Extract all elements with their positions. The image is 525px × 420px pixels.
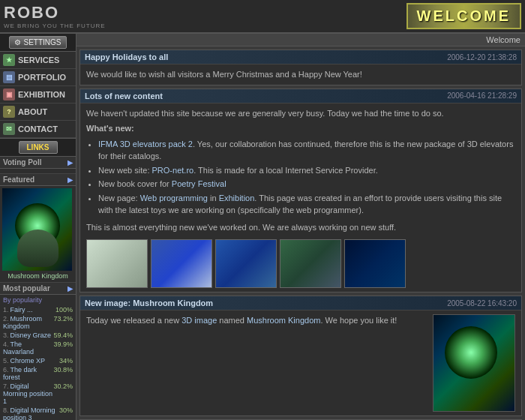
welcome-row: Welcome — [76, 34, 525, 46]
featured-header: Featured ▶ — [0, 174, 76, 186]
news-title-holidays: Happy Holidays to all — [85, 52, 168, 62]
by-popularity-label: By popularity — [3, 296, 73, 304]
settings-button[interactable]: ⚙ SETTINGS — [9, 36, 66, 49]
about-icon: ? — [3, 106, 15, 118]
sidebar-item-services[interactable]: ★ SERVICES — [0, 52, 76, 69]
popular-item-5: 5.Chrome XP 34% — [3, 356, 73, 365]
settings-bar: ⚙ SETTINGS — [0, 34, 76, 52]
popular-item-1: 1.Fairy ... 100% — [3, 305, 73, 314]
sidebar-item-portfolio[interactable]: ▤ PORTFOLIO — [0, 69, 76, 86]
news-title-mushroom: New image: Mushroom Kingdom — [85, 298, 213, 308]
news-body-mushroom: Today we released a new 3D image named M… — [80, 310, 521, 416]
news-body-holidays: We would like to wish all visitors a Mer… — [80, 64, 521, 85]
thumbnail-3[interactable] — [215, 239, 277, 288]
sidebar-item-contact[interactable]: ✉ CONTACT — [0, 121, 76, 138]
mushroom-kingdom-image[interactable] — [433, 314, 515, 412]
news-title-content: Lots of new content — [85, 92, 163, 100]
news-header-mushroom: New image: Mushroom Kingdom 2005-08-22 1… — [80, 296, 521, 310]
thumbnail-5[interactable] — [344, 239, 406, 288]
links-bar: LINKS — [0, 138, 76, 157]
gear-icon: ⚙ — [14, 38, 21, 46]
featured-figure — [17, 230, 58, 267]
contact-icon: ✉ — [3, 123, 15, 135]
news-intro-content: We haven't updated this site because we … — [86, 107, 515, 120]
featured-arrow-icon: ▶ — [68, 176, 73, 184]
services-icon: ★ — [3, 54, 15, 66]
voting-poll-area — [0, 169, 76, 174]
most-popular-list: By popularity 1.Fairy ... 100% 2.Mushroo… — [0, 295, 76, 420]
popular-item-8: 8.Digital Morning position 3 30% — [3, 406, 73, 420]
featured-image-container: Mushroom Kingdom — [0, 186, 76, 283]
news-date-holidays: 2006-12-20 21:38:28 — [447, 53, 517, 62]
exhibition-icon: ▣ — [3, 88, 15, 100]
list-item: New web site: PRO-net.ro. This is made f… — [98, 164, 515, 177]
logo-tagline: WE BRING YOU THE FUTURE — [4, 22, 106, 29]
whats-new-label: What's new: — [86, 122, 515, 135]
list-item: IFMA 3D elevators pack 2. Yes, our colla… — [98, 138, 515, 163]
links-button[interactable]: LINKS — [19, 141, 58, 154]
most-popular-arrow-icon: ▶ — [68, 285, 73, 292]
most-popular-header: Most popular ▶ — [0, 283, 76, 295]
mushroom-glow — [445, 326, 497, 379]
popular-item-7: 7.Digital Morning position 1 30.2% — [3, 382, 73, 406]
popular-item-3: 3.Disney Graze 59.4% — [3, 331, 73, 340]
news-block-content: Lots of new content 2006-04-16 21:28:29 … — [80, 88, 522, 293]
list-item: New book cover for Poetry Festival — [98, 178, 515, 190]
thumbnail-2[interactable] — [151, 239, 212, 288]
popular-item-4: 4.The Navarland 39.9% — [3, 340, 73, 356]
news-header-content: Lots of new content 2006-04-16 21:28:29 — [80, 89, 521, 104]
news-block-holidays: Happy Holidays to all 2006-12-20 21:38:2… — [80, 50, 522, 86]
news-bullets-content: IFMA 3D elevators pack 2. Yes, our colla… — [98, 138, 515, 217]
main-content: Welcome Happy Holidays to all 2006-12-20… — [76, 34, 525, 420]
news-date-mushroom: 2005-08-22 16:43:20 — [447, 299, 517, 308]
news-footer-content: This is almost everything new we've work… — [86, 221, 515, 234]
featured-caption: Mushroom Kingdom — [2, 272, 74, 280]
news-text-holidays: We would like to wish all visitors a Mer… — [86, 70, 362, 79]
sidebar-item-exhibition[interactable]: ▣ EXHIBITION — [0, 86, 76, 104]
header: ROBO WE BRING YOU THE FUTURE WELCOME — [0, 0, 525, 34]
news-date-content: 2006-04-16 21:28:29 — [447, 92, 517, 100]
welcome-banner: WELCOME — [406, 3, 521, 29]
portfolio-icon: ▤ — [3, 71, 15, 83]
logo-area: ROBO WE BRING YOU THE FUTURE — [4, 3, 106, 29]
sidebar-item-about[interactable]: ? ABOUT — [0, 104, 76, 121]
thumbnail-4[interactable] — [280, 239, 341, 288]
list-item: New page: Web programming in Exhibition.… — [98, 192, 515, 217]
news-block-mushroom: New image: Mushroom Kingdom 2005-08-22 1… — [80, 296, 522, 416]
news-header-holidays: Happy Holidays to all 2006-12-20 21:38:2… — [80, 50, 521, 64]
voting-arrow-icon: ▶ — [68, 159, 73, 166]
featured-image[interactable] — [2, 188, 72, 271]
popular-item-2: 2.Mushroom Kingdom 73.2% — [3, 314, 73, 331]
voting-poll-header: Voting Poll ▶ — [0, 157, 76, 169]
news-body-content: We haven't updated this site because we … — [80, 104, 521, 292]
sidebar: ⚙ SETTINGS ★ SERVICES ▤ PORTFOLIO ▣ EXHI… — [0, 34, 76, 420]
main-layout: ⚙ SETTINGS ★ SERVICES ▤ PORTFOLIO ▣ EXHI… — [0, 34, 525, 420]
thumbnail-1[interactable] — [86, 239, 148, 288]
welcome-label: Welcome — [486, 35, 520, 44]
popular-item-6: 6.The dark forest 30.8% — [3, 365, 73, 382]
news-images — [86, 239, 515, 288]
logo-text: ROBO — [4, 3, 106, 22]
